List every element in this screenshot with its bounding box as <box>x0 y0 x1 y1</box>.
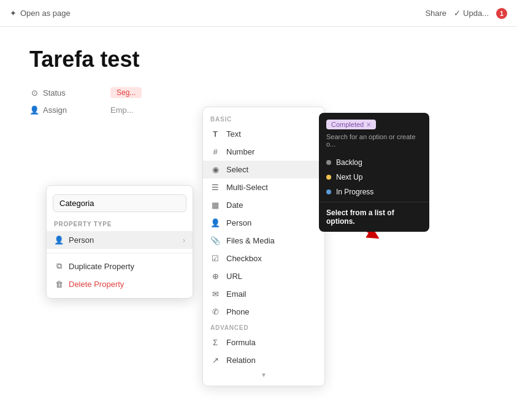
tooltip-backlog-option[interactable]: Backlog <box>319 155 429 170</box>
assign-value[interactable]: Emp... <box>110 105 134 115</box>
files-icon: 📎 <box>210 236 220 245</box>
person-dropdown-icon: 👤 <box>210 218 220 227</box>
dropdown-multi-select[interactable]: ☰ Multi-Select <box>203 178 324 196</box>
dropdown-formula[interactable]: Σ Formula <box>203 334 324 351</box>
tooltip-search-hint: Search for an option or create o... <box>326 133 422 148</box>
trash-icon: 🗑 <box>54 280 64 289</box>
notification-badge[interactable]: 1 <box>496 8 507 19</box>
top-bar-actions: Share ✓ Upda... 1 <box>425 8 507 19</box>
multi-select-icon: ☰ <box>210 183 220 192</box>
url-icon: ⊕ <box>210 272 220 281</box>
person-icon: 👤 <box>54 235 64 245</box>
dropdown-checkbox[interactable]: ☑ Checkbox <box>203 250 324 267</box>
popup-divider <box>47 253 193 253</box>
text-icon: T <box>210 129 220 139</box>
backlog-dot <box>326 160 331 165</box>
dropdown-number[interactable]: # Number <box>203 143 324 161</box>
scroll-indicator: ▼ <box>203 369 324 381</box>
property-popup: PROPERTY TYPE 👤 Person › ⧉ Duplicate Pro… <box>46 185 193 299</box>
dropdown-url[interactable]: ⊕ URL <box>203 267 324 285</box>
dropdown-relation[interactable]: ↗ Relation <box>203 351 324 369</box>
date-icon: ▦ <box>210 200 220 210</box>
status-label: ⊙ Status <box>29 88 103 97</box>
dropdown-email[interactable]: ✉ Email <box>203 285 324 303</box>
dropdown-files-media[interactable]: 📎 Files & Media <box>203 232 324 250</box>
dropdown-person[interactable]: 👤 Person <box>203 214 324 232</box>
property-type-dropdown: BASIC T Text # Number ◉ Select ☰ Multi-S… <box>202 107 325 386</box>
share-button[interactable]: Share <box>425 9 446 18</box>
tooltip-inprogress-option[interactable]: In Progress <box>319 185 429 199</box>
email-icon: ✉ <box>210 289 220 299</box>
remove-completed-tag[interactable]: ✕ <box>366 121 371 128</box>
nextup-dot <box>326 175 331 180</box>
duplicate-icon: ⧉ <box>54 261 64 271</box>
tooltip-nextup-option[interactable]: Next Up <box>319 170 429 185</box>
number-icon: # <box>210 147 220 156</box>
status-icon: ⊙ <box>29 88 39 97</box>
property-name-input[interactable] <box>53 194 186 212</box>
checkbox-icon: ☑ <box>210 254 220 263</box>
main-content: Tarefa test ⊙ Status Seg... 👤 Assign Emp… <box>0 27 517 142</box>
formula-icon: Σ <box>210 338 220 347</box>
duplicate-property-item[interactable]: ⧉ Duplicate Property <box>47 257 193 275</box>
page-icon: ✦ <box>10 9 17 18</box>
property-type-label: PROPERTY TYPE <box>47 218 193 231</box>
checkmark-icon: ✓ <box>454 9 461 18</box>
select-tooltip: Completed ✕ Search for an option or crea… <box>319 113 429 232</box>
open-as-page-btn[interactable]: ✦ Open as page <box>10 9 71 18</box>
basic-section-label: BASIC <box>203 112 324 125</box>
phone-icon: ✆ <box>210 307 220 316</box>
tooltip-header: Completed ✕ Search for an option or crea… <box>319 113 429 155</box>
inprogress-dot <box>326 189 331 194</box>
top-bar: ✦ Open as page Share ✓ Upda... 1 <box>0 0 517 27</box>
dropdown-date[interactable]: ▦ Date <box>203 196 324 214</box>
assign-icon: 👤 <box>29 105 39 115</box>
page-title: Tarefa test <box>29 47 488 72</box>
chevron-right-icon: › <box>183 236 185 245</box>
advanced-section-label: ADVANCED <box>203 321 324 334</box>
tooltip-description: Select from a list of options. <box>319 202 429 232</box>
dropdown-phone[interactable]: ✆ Phone <box>203 303 324 321</box>
dropdown-text[interactable]: T Text <box>203 125 324 143</box>
relation-icon: ↗ <box>210 356 220 365</box>
update-button[interactable]: ✓ Upda... <box>454 9 489 18</box>
assign-label: 👤 Assign <box>29 105 103 115</box>
status-property-row: ⊙ Status Seg... <box>29 87 488 98</box>
delete-property-item[interactable]: 🗑 Delete Property <box>47 275 193 293</box>
dropdown-select[interactable]: ◉ Select <box>203 161 324 178</box>
status-value[interactable]: Seg... <box>110 87 142 98</box>
person-type-item[interactable]: 👤 Person › <box>47 231 193 249</box>
completed-tag: Completed ✕ <box>326 120 376 129</box>
select-icon: ◉ <box>210 165 220 174</box>
